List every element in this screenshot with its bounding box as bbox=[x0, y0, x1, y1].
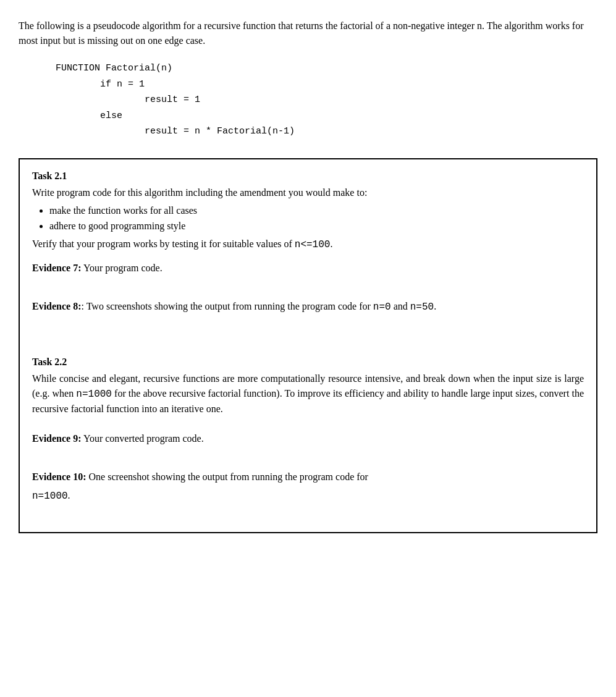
evidence9-label: Evidence 9: bbox=[32, 433, 82, 444]
divider3 bbox=[32, 338, 584, 350]
evidence8-label: Evidence 8: bbox=[32, 301, 82, 311]
verify-text-part: Verify that your program works by testin… bbox=[32, 239, 295, 249]
evidence8-group: Evidence 8:: Two screenshots showing the… bbox=[32, 299, 584, 315]
code-line-5: result = n * Factorial(n-1) bbox=[56, 124, 597, 140]
task21-verify: Verify that your program works by testin… bbox=[32, 237, 584, 252]
evidence10-text: One screenshot showing the output from r… bbox=[86, 471, 368, 482]
code-line-4: else bbox=[56, 108, 597, 124]
evidence10-end: . bbox=[68, 490, 70, 501]
evidence7-text: Your program code. bbox=[82, 263, 162, 273]
evidence9-text: Your converted program code. bbox=[82, 433, 204, 444]
verify-end: . bbox=[330, 239, 332, 249]
evidence10-label: Evidence 10: bbox=[32, 471, 86, 482]
evidence8-end: . bbox=[434, 301, 436, 311]
evidence9-line: Evidence 9: Your converted program code. bbox=[32, 431, 584, 446]
verify-code: n<=100 bbox=[295, 239, 331, 250]
evidence9-group: Evidence 9: Your converted program code. bbox=[32, 431, 584, 446]
bullet-2: adhere to good programming style bbox=[49, 218, 584, 234]
task22-desc-code: n=1000 bbox=[76, 389, 112, 400]
evidence8-mid: and bbox=[391, 301, 410, 311]
evidence10-group: Evidence 10: One screenshot showing the … bbox=[32, 470, 584, 504]
evidence8-code1: n=0 bbox=[373, 302, 391, 313]
evidence8-line: Evidence 8:: Two screenshots showing the… bbox=[32, 299, 584, 315]
evidence10-line: Evidence 10: One screenshot showing the … bbox=[32, 470, 584, 484]
code-line-2: if n = 1 bbox=[56, 77, 597, 93]
task21-section: Task 2.1 Write program code for this alg… bbox=[32, 171, 584, 350]
intro-paragraph: The following is a pseudocode algorithm … bbox=[19, 19, 597, 48]
task22-desc-end: for the above recursive factorial functi… bbox=[32, 388, 584, 414]
task22-section: Task 2.2 While concise and elegant, recu… bbox=[32, 357, 584, 521]
bullet-1: make the function works for all cases bbox=[49, 203, 584, 219]
divider5 bbox=[32, 457, 584, 470]
divider4 bbox=[32, 419, 584, 431]
task22-title: Task 2.2 bbox=[32, 357, 584, 368]
code-line-1: FUNCTION Factorial(n) bbox=[56, 61, 597, 77]
divider2 bbox=[32, 326, 584, 338]
bottom-spacer bbox=[32, 515, 584, 521]
task21-desc: Write program code for this algorithm in… bbox=[32, 185, 584, 200]
divider1 bbox=[32, 287, 584, 299]
code-line-3: result = 1 bbox=[56, 92, 597, 108]
evidence7-label: Evidence 7: bbox=[32, 263, 82, 273]
evidence8-code2: n=50 bbox=[410, 302, 434, 313]
pseudocode-block: FUNCTION Factorial(n) if n = 1 result = … bbox=[56, 61, 597, 140]
task21-title: Task 2.1 bbox=[32, 171, 584, 182]
task22-desc: While concise and elegant, recursive fun… bbox=[32, 371, 584, 416]
task-box: Task 2.1 Write program code for this alg… bbox=[19, 158, 597, 533]
evidence7-line: Evidence 7: Your program code. bbox=[32, 261, 584, 276]
evidence8-text: : Two screenshots showing the output fro… bbox=[82, 301, 373, 311]
evidence10-code-line: n=1000. bbox=[32, 488, 584, 504]
evidence7-group: Evidence 7: Your program code. bbox=[32, 261, 584, 276]
task21-bullets: make the function works for all cases ad… bbox=[49, 203, 584, 234]
evidence10-code: n=1000 bbox=[32, 491, 68, 502]
